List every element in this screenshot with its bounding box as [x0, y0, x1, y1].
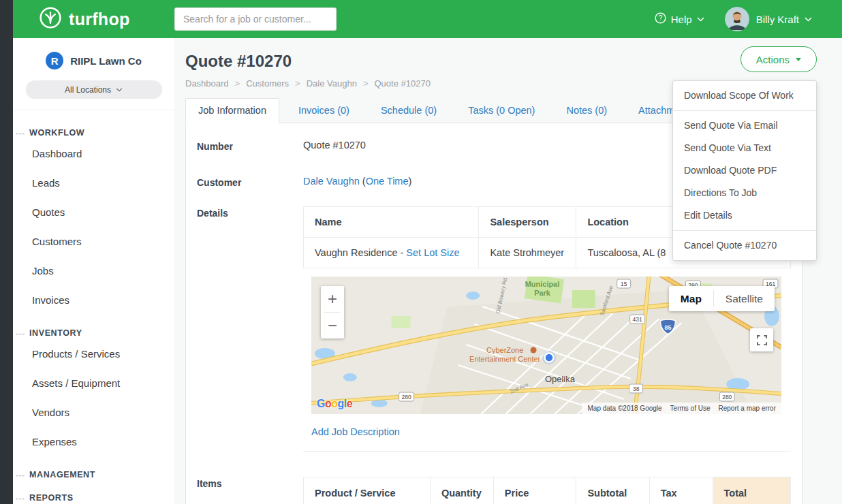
- items-label: Items: [197, 477, 303, 504]
- svg-text:38: 38: [633, 385, 640, 392]
- tab-job-information[interactable]: Job Information: [185, 98, 279, 123]
- page-title: Quote #10270: [185, 52, 817, 71]
- left-dark-rail: [0, 0, 13, 504]
- actions-button-label: Actions: [756, 54, 790, 65]
- menu-cancel-quote[interactable]: Cancel Quote #10270: [673, 234, 816, 257]
- customer-type-link[interactable]: One Time: [366, 176, 409, 187]
- menu-divider: [673, 110, 816, 111]
- tab-schedule[interactable]: Schedule (0): [369, 99, 449, 123]
- customer-label: Customer: [197, 176, 303, 188]
- sidebar-item-customers[interactable]: Customers: [16, 227, 174, 256]
- google-logo[interactable]: Google: [317, 398, 352, 410]
- menu-download-quote-pdf[interactable]: Download Quote PDF: [673, 159, 816, 182]
- user-name: Billy Kraft: [756, 14, 799, 25]
- items-header-quantity: Quantity: [430, 477, 493, 504]
- items-table: Product / Service Quantity Price Subtota…: [303, 477, 791, 504]
- breadcrumb-current: Quote #10270: [374, 78, 430, 89]
- map-marker[interactable]: [545, 353, 554, 362]
- map-attribution: Map data ©2018 Google Terms of Use Repor…: [582, 403, 781, 414]
- section-management[interactable]: --- MANAGEMENT: [16, 470, 174, 479]
- chevron-down-icon: [116, 88, 123, 92]
- breadcrumb-customer-name[interactable]: Dale Vaughn: [307, 78, 357, 89]
- tab-tasks[interactable]: Tasks (0 Open): [456, 99, 547, 123]
- map-type-satellite-button[interactable]: Satellite: [714, 286, 775, 311]
- route-shield-15: 15: [617, 279, 631, 288]
- map-data-credit: Map data ©2018 Google: [587, 405, 661, 412]
- items-header-tax: Tax: [649, 477, 713, 504]
- company-switcher[interactable]: R RIIPL Lawn Co: [24, 52, 163, 69]
- brand-name: turfhop: [69, 10, 130, 29]
- route-shield-280: 280: [719, 392, 734, 401]
- tab-invoices[interactable]: Invoices (0): [286, 99, 362, 123]
- poi-icon: [531, 347, 537, 353]
- menu-directions-to-job[interactable]: Directions To Job: [673, 182, 816, 204]
- sidebar-item-expenses[interactable]: Expenses: [16, 427, 174, 456]
- customer-link[interactable]: Dale Vaughn: [303, 176, 360, 187]
- company-name: RIIPL Lawn Co: [70, 55, 142, 67]
- report-map-error-link[interactable]: Report a map error: [719, 405, 776, 412]
- breadcrumb-separator: >: [363, 78, 369, 89]
- svg-text:85: 85: [664, 324, 671, 330]
- brand[interactable]: turfhop: [13, 6, 174, 32]
- breadcrumb-separator: >: [235, 78, 240, 89]
- items-header-subtotal: Subtotal: [576, 477, 649, 504]
- sidebar-item-leads[interactable]: Leads: [16, 168, 174, 198]
- location-filter-label: All Locations: [65, 85, 111, 95]
- caret-down-icon: [796, 58, 801, 61]
- sidebar-item-products-services[interactable]: Products / Services: [16, 339, 174, 368]
- global-search: [174, 7, 337, 31]
- sidebar-item-vendors[interactable]: Vendors: [16, 398, 174, 427]
- zoom-control: + −: [321, 286, 344, 338]
- location-filter[interactable]: All Locations: [26, 80, 162, 99]
- turfhop-logo-icon: [39, 6, 62, 32]
- items-header-product-service: Product / Service: [304, 477, 431, 504]
- menu-send-quote-via-text[interactable]: Send Quote Via Text: [673, 137, 816, 159]
- poi-label: Entertainment Center: [469, 355, 540, 363]
- menu-edit-details[interactable]: Edit Details: [673, 204, 816, 227]
- menu-download-scope-of-work[interactable]: Download Scope Of Work: [673, 84, 816, 107]
- zoom-in-button[interactable]: +: [321, 286, 344, 312]
- park-label: Municipal: [525, 280, 560, 288]
- svg-text:280: 280: [402, 394, 411, 400]
- items-header-price: Price: [493, 477, 576, 504]
- user-avatar[interactable]: [725, 7, 749, 31]
- svg-text:15: 15: [621, 281, 627, 287]
- breadcrumb-dashboard[interactable]: Dashboard: [185, 78, 229, 89]
- details-label: Details: [197, 206, 303, 452]
- zoom-out-button[interactable]: −: [321, 313, 344, 338]
- park-label: Park: [534, 289, 551, 297]
- sidebar-item-dashboard[interactable]: Dashboard: [16, 139, 174, 168]
- svg-text:?: ?: [659, 14, 663, 22]
- terms-of-use-link[interactable]: Terms of Use: [670, 405, 711, 412]
- tab-notes[interactable]: Notes (0): [554, 99, 619, 123]
- set-lot-size-link[interactable]: Set Lot Size: [406, 247, 459, 258]
- sidebar-item-jobs[interactable]: Jobs: [16, 256, 174, 285]
- poi-label: CyberZone: [486, 346, 523, 354]
- fullscreen-button[interactable]: [750, 328, 773, 351]
- salesperson-cell: Kate Strohmeyer: [479, 238, 576, 268]
- section-dashes-icon: ---: [16, 330, 25, 337]
- breadcrumb-customers[interactable]: Customers: [246, 78, 289, 89]
- sidebar-item-quotes[interactable]: Quotes: [16, 198, 174, 227]
- route-shield-280: 280: [399, 392, 414, 401]
- help-icon: ?: [655, 12, 666, 26]
- add-job-description-link[interactable]: Add Job Description: [311, 426, 400, 437]
- menu-send-quote-via-email[interactable]: Send Quote Via Email: [673, 114, 816, 137]
- details-header-name: Name: [304, 207, 479, 238]
- actions-dropdown: Download Scope Of Work Send Quote Via Em…: [672, 80, 817, 261]
- fullscreen-icon: [757, 335, 767, 345]
- chevron-down-icon: [805, 17, 812, 22]
- sidebar-item-invoices[interactable]: Invoices: [16, 285, 174, 315]
- items-header-total: Total: [713, 477, 790, 504]
- route-shield-38: 38: [629, 384, 643, 393]
- help-menu[interactable]: ? Help: [655, 12, 704, 26]
- top-navbar: turfhop ? Help: [13, 0, 842, 38]
- google-map[interactable]: Old Bowery Rd Samford Ave 2nd Ave Munici…: [311, 277, 781, 414]
- user-menu[interactable]: Billy Kraft: [756, 14, 812, 25]
- sidebar-item-assets-equipment[interactable]: Assets / Equipment: [16, 368, 174, 398]
- map-type-map-button[interactable]: Map: [669, 286, 713, 311]
- search-input[interactable]: [174, 7, 337, 31]
- paren: ): [409, 176, 412, 187]
- actions-button[interactable]: Actions: [740, 46, 817, 72]
- section-reports[interactable]: --- REPORTS: [16, 493, 174, 503]
